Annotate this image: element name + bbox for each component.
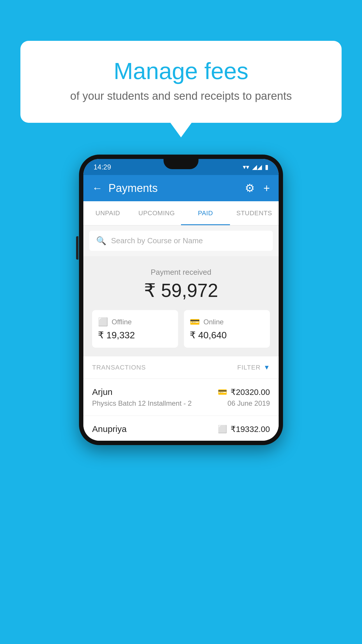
transaction-top-anupriya: Anupriya ⬜ ₹19332.00 bbox=[92, 424, 270, 434]
student-name-arjun: Arjun bbox=[92, 387, 113, 397]
notch bbox=[164, 159, 198, 169]
search-icon: 🔍 bbox=[96, 236, 106, 246]
speech-bubble-container: Manage fees of your students and send re… bbox=[20, 41, 342, 123]
transaction-bottom-arjun: Physics Batch 12 Installment - 2 06 June… bbox=[92, 399, 270, 407]
tab-students[interactable]: STUDENTS bbox=[230, 201, 279, 225]
offline-payment-icon: ⬜ bbox=[218, 425, 227, 434]
signal-icon: ◢◢ bbox=[252, 163, 262, 171]
tab-unpaid[interactable]: UNPAID bbox=[83, 201, 132, 225]
filter-icon: ▼ bbox=[263, 364, 270, 371]
payment-cards: ⬜ Offline ₹ 19,332 💳 Online ₹ 40,640 bbox=[92, 310, 270, 348]
app-bar-title: Payments bbox=[108, 182, 239, 195]
course-info-arjun: Physics Batch 12 Installment - 2 bbox=[92, 399, 191, 407]
search-bar[interactable]: 🔍 Search by Course or Name bbox=[89, 231, 273, 251]
tabs-bar: UNPAID UPCOMING PAID STUDENTS bbox=[83, 201, 279, 225]
online-icon: 💳 bbox=[190, 317, 200, 327]
offline-card-header: ⬜ Offline bbox=[98, 317, 172, 327]
offline-icon: ⬜ bbox=[98, 317, 108, 327]
back-button[interactable]: ← bbox=[92, 182, 103, 194]
table-row[interactable]: Anupriya ⬜ ₹19332.00 bbox=[83, 416, 279, 441]
payment-total-amount: ₹ 59,972 bbox=[92, 280, 270, 301]
tab-upcoming[interactable]: UPCOMING bbox=[132, 201, 181, 225]
online-card-header: 💳 Online bbox=[190, 317, 264, 327]
offline-label: Offline bbox=[112, 318, 132, 326]
offline-amount: ₹ 19,332 bbox=[98, 330, 172, 341]
status-bar: 14:29 ▾▾ ◢◢ ▮ bbox=[83, 159, 279, 175]
student-name-anupriya: Anupriya bbox=[92, 424, 126, 434]
app-bar: ← Payments ⚙ + bbox=[83, 175, 279, 201]
battery-icon: ▮ bbox=[265, 163, 268, 171]
settings-icon[interactable]: ⚙ bbox=[245, 182, 255, 195]
speech-bubble: Manage fees of your students and send re… bbox=[20, 41, 342, 123]
transactions-header: TRANSACTIONS FILTER ▼ bbox=[83, 356, 279, 379]
phone-screen: 14:29 ▾▾ ◢◢ ▮ ← Payments ⚙ + UNPAID bbox=[83, 159, 279, 441]
add-icon[interactable]: + bbox=[263, 182, 270, 195]
status-time: 14:29 bbox=[94, 163, 111, 171]
transaction-amount-arjun: ₹20320.00 bbox=[231, 387, 270, 397]
transaction-amount-anupriya: ₹19332.00 bbox=[231, 424, 270, 434]
online-amount: ₹ 40,640 bbox=[190, 330, 264, 341]
search-input[interactable]: Search by Course or Name bbox=[111, 236, 203, 245]
app-bar-actions: ⚙ + bbox=[245, 182, 270, 195]
amount-area-anupriya: ⬜ ₹19332.00 bbox=[218, 424, 270, 434]
filter-area[interactable]: FILTER ▼ bbox=[237, 364, 270, 371]
transaction-date-arjun: 06 June 2019 bbox=[228, 399, 270, 407]
table-row[interactable]: Arjun 💳 ₹20320.00 Physics Batch 12 Insta… bbox=[83, 379, 279, 416]
online-payment-icon: 💳 bbox=[218, 388, 227, 397]
online-label: Online bbox=[203, 318, 224, 326]
status-icons: ▾▾ ◢◢ ▮ bbox=[243, 163, 268, 171]
transactions-label: TRANSACTIONS bbox=[92, 364, 146, 371]
offline-card: ⬜ Offline ₹ 19,332 bbox=[92, 310, 178, 348]
payment-received-label: Payment received bbox=[92, 268, 270, 277]
phone-device: 14:29 ▾▾ ◢◢ ▮ ← Payments ⚙ + UNPAID bbox=[79, 155, 283, 445]
transaction-top-arjun: Arjun 💳 ₹20320.00 bbox=[92, 387, 270, 397]
filter-label: FILTER bbox=[237, 364, 261, 371]
phone-frame: 14:29 ▾▾ ◢◢ ▮ ← Payments ⚙ + UNPAID bbox=[79, 155, 283, 445]
amount-area-arjun: 💳 ₹20320.00 bbox=[218, 387, 270, 397]
wifi-icon: ▾▾ bbox=[243, 163, 249, 171]
payment-summary: Payment received ₹ 59,972 ⬜ Offline ₹ 19… bbox=[83, 256, 279, 356]
bubble-subtitle: of your students and send receipts to pa… bbox=[44, 90, 318, 102]
bubble-title: Manage fees bbox=[44, 58, 318, 84]
tab-paid[interactable]: PAID bbox=[181, 201, 230, 225]
search-container: 🔍 Search by Course or Name bbox=[83, 225, 279, 256]
online-card: 💳 Online ₹ 40,640 bbox=[184, 310, 270, 348]
